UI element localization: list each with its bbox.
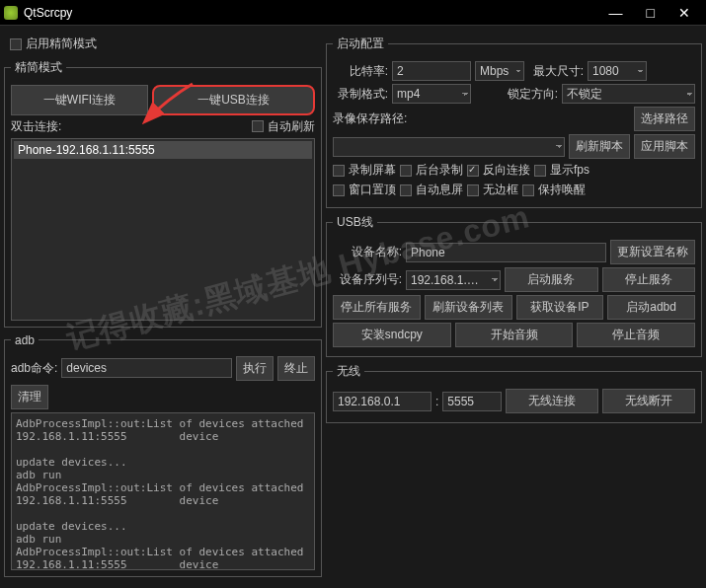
always-top-checkbox[interactable]: 窗口置顶 xyxy=(333,182,396,198)
maxsize-select[interactable]: 1080 xyxy=(588,61,647,81)
start-audio-button[interactable]: 开始音频 xyxy=(455,323,574,347)
record-screen-checkbox[interactable]: 录制屏幕 xyxy=(333,162,396,179)
stop-audio-button[interactable]: 停止音频 xyxy=(577,323,695,347)
port-input[interactable] xyxy=(442,392,502,411)
update-name-button[interactable]: 更新设置名称 xyxy=(610,240,695,264)
start-adbd-button[interactable]: 启动adbd xyxy=(607,295,695,320)
titlebar: QtScrcpy — □ ✕ xyxy=(0,0,706,26)
lockorient-label: 锁定方向: xyxy=(475,86,558,103)
auto-refresh-checkbox[interactable]: 自动刷新 xyxy=(252,118,315,135)
simple-mode-checkbox[interactable]: 启用精简模式 xyxy=(10,36,97,52)
keep-wake-checkbox[interactable]: 保持唤醒 xyxy=(522,182,586,198)
app-icon xyxy=(4,6,18,20)
apply-script-button[interactable]: 应用脚本 xyxy=(634,134,695,159)
auto-sleep-checkbox[interactable]: 自动息屏 xyxy=(400,182,463,198)
dblclick-label: 双击连接: xyxy=(11,118,61,135)
recpath-label: 录像保存路径: xyxy=(333,110,407,127)
app-title: QtScrcpy xyxy=(24,6,609,20)
recformat-label: 录制格式: xyxy=(333,86,388,103)
exec-button[interactable]: 执行 xyxy=(236,356,274,381)
close-button[interactable]: ✕ xyxy=(678,5,690,21)
stop-service-button[interactable]: 停止服务 xyxy=(602,267,696,292)
devname-input[interactable] xyxy=(406,243,606,262)
launch-config-group: 启动配置 比特率: Mbps 最大尺寸: 1080 录制格式: mp4 锁定方向… xyxy=(326,36,702,208)
adb-group: adb adb命令: 执行 终止 清理 AdbProcessImpl::out:… xyxy=(4,333,322,577)
refresh-script-button[interactable]: 刷新脚本 xyxy=(569,134,630,159)
show-fps-checkbox[interactable]: 显示fps xyxy=(534,162,589,179)
script-select[interactable] xyxy=(333,137,565,157)
reverse-conn-checkbox[interactable]: 反向连接 xyxy=(467,162,530,179)
maxsize-label: 最大尺寸: xyxy=(528,63,584,80)
bitrate-unit-select[interactable]: Mbps xyxy=(475,61,524,81)
recformat-select[interactable]: mp4 xyxy=(392,84,471,104)
devserial-label: 设备序列号: xyxy=(333,271,402,288)
adb-command-input[interactable] xyxy=(61,358,232,378)
refresh-devlist-button[interactable]: 刷新设备列表 xyxy=(425,295,512,320)
maximize-button[interactable]: □ xyxy=(647,5,655,21)
start-service-button[interactable]: 启动服务 xyxy=(505,267,598,292)
wireless-connect-button[interactable]: 无线连接 xyxy=(506,389,598,413)
wireless-disconnect-button[interactable]: 无线断开 xyxy=(602,389,695,413)
no-border-checkbox[interactable]: 无边框 xyxy=(467,182,518,198)
simple-mode-group: 精简模式 一键WIFI连接 一键USB连接 双击连接: 自动刷新 Phone-1… xyxy=(4,59,322,328)
devname-label: 设备名称: xyxy=(333,244,402,260)
select-path-button[interactable]: 选择路径 xyxy=(634,107,695,131)
adb-cmd-label: adb命令: xyxy=(11,360,57,377)
ip-input[interactable] xyxy=(333,392,431,411)
device-item[interactable]: Phone-192.168.1.11:5555 xyxy=(14,141,312,159)
stop-all-button[interactable]: 停止所有服务 xyxy=(333,295,421,320)
bitrate-label: 比特率: xyxy=(333,63,388,80)
install-sndcpy-button[interactable]: 安装sndcpy xyxy=(333,323,451,347)
terminate-button[interactable]: 终止 xyxy=(277,356,315,381)
bg-record-checkbox[interactable]: 后台录制 xyxy=(400,162,463,179)
device-list[interactable]: Phone-192.168.1.11:5555 xyxy=(11,138,315,321)
wifi-connect-button[interactable]: 一键WIFI连接 xyxy=(11,85,148,115)
port-sep: : xyxy=(435,395,438,408)
adb-log[interactable]: AdbProcessImpl::out:List of devices atta… xyxy=(11,412,315,570)
minimize-button[interactable]: — xyxy=(609,5,623,21)
clear-button[interactable]: 清理 xyxy=(11,385,48,409)
bitrate-input[interactable] xyxy=(392,61,471,81)
get-ip-button[interactable]: 获取设备IP xyxy=(516,295,604,320)
devserial-select[interactable]: 192.168.1.… xyxy=(406,270,501,290)
lockorient-select[interactable]: 不锁定 xyxy=(562,84,695,104)
usb-group: USB线 设备名称: 更新设置名称 设备序列号: 192.168.1.… 启动服… xyxy=(326,214,702,357)
wireless-group: 无线 : 无线连接 无线断开 xyxy=(326,363,702,423)
usb-connect-button[interactable]: 一键USB连接 xyxy=(152,85,315,115)
